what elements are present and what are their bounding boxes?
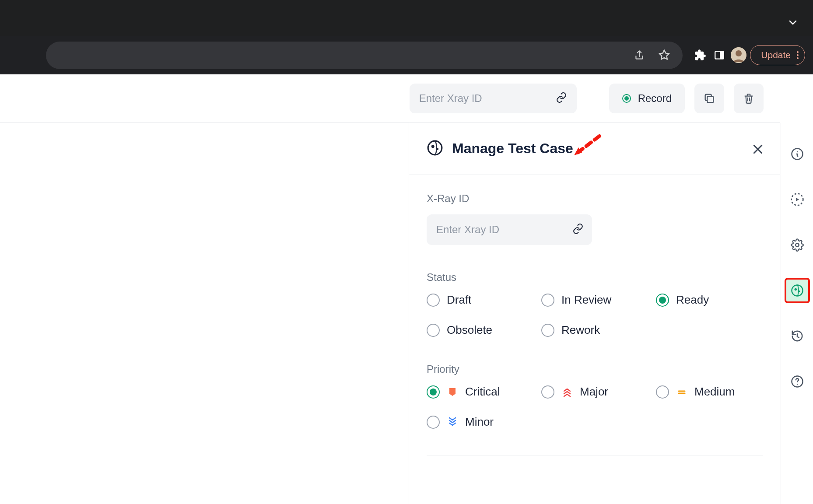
right-rail bbox=[781, 123, 813, 504]
browser-omnibox[interactable] bbox=[46, 42, 683, 69]
radio-icon bbox=[427, 416, 440, 429]
left-content-area bbox=[0, 122, 409, 504]
radio-icon bbox=[541, 324, 554, 337]
more-menu-icon[interactable] bbox=[797, 51, 799, 59]
xray-id-panel-field[interactable] bbox=[436, 224, 567, 236]
rail-xray[interactable] bbox=[786, 279, 809, 302]
app-toolbar: Record bbox=[0, 74, 780, 122]
rail-settings[interactable] bbox=[786, 234, 809, 256]
xray-logo-icon bbox=[427, 140, 443, 158]
priority-medium-icon bbox=[676, 386, 687, 398]
record-icon bbox=[622, 94, 631, 103]
status-option-obsolete[interactable]: Obsolete bbox=[427, 323, 533, 337]
rail-history[interactable] bbox=[786, 325, 809, 347]
xray-id-input-panel[interactable] bbox=[427, 214, 592, 245]
chevron-down-icon[interactable] bbox=[788, 18, 798, 30]
status-label: Status bbox=[427, 271, 763, 284]
copy-button[interactable] bbox=[694, 84, 724, 113]
browser-tabstrip bbox=[0, 0, 813, 36]
radio-label: Obsolete bbox=[447, 323, 492, 337]
radio-label: Major bbox=[580, 385, 608, 399]
svg-point-5 bbox=[428, 141, 442, 155]
browser-toolbar: Update bbox=[0, 36, 813, 74]
svg-rect-1 bbox=[720, 51, 724, 59]
radio-icon bbox=[427, 324, 440, 337]
radio-icon bbox=[656, 385, 669, 399]
priority-option-minor[interactable]: Minor bbox=[427, 415, 533, 429]
star-icon[interactable] bbox=[658, 49, 670, 61]
close-icon[interactable] bbox=[751, 143, 764, 158]
radio-icon bbox=[541, 385, 554, 399]
svg-point-3 bbox=[736, 50, 742, 56]
chrome-update-button[interactable]: Update bbox=[750, 45, 805, 65]
radio-icon bbox=[427, 294, 440, 307]
xray-id-field[interactable] bbox=[419, 92, 550, 105]
status-option-ready[interactable]: Ready bbox=[656, 293, 763, 307]
record-button[interactable]: Record bbox=[609, 84, 685, 113]
update-label: Update bbox=[761, 50, 791, 60]
radio-label: Medium bbox=[694, 385, 735, 399]
radio-icon bbox=[656, 294, 669, 307]
radio-icon bbox=[541, 294, 554, 307]
divider bbox=[427, 455, 763, 455]
status-option-draft[interactable]: Draft bbox=[427, 293, 533, 307]
xray-id-label: X-Ray ID bbox=[427, 192, 763, 205]
status-option-rework[interactable]: Rework bbox=[541, 323, 648, 337]
priority-minor-icon bbox=[447, 416, 458, 428]
radio-icon bbox=[427, 385, 440, 399]
delete-button[interactable] bbox=[734, 84, 764, 113]
radio-label: Ready bbox=[676, 293, 709, 307]
svg-point-10 bbox=[795, 243, 799, 247]
priority-critical-icon bbox=[447, 386, 458, 398]
priority-option-major[interactable]: Major bbox=[541, 385, 648, 399]
radio-label: Minor bbox=[465, 415, 494, 429]
svg-point-11 bbox=[792, 285, 802, 296]
share-icon[interactable] bbox=[634, 49, 645, 61]
xray-id-input-toolbar[interactable] bbox=[410, 84, 577, 113]
status-option-in-review[interactable]: In Review bbox=[541, 293, 648, 307]
svg-point-6 bbox=[431, 145, 435, 148]
rail-info[interactable] bbox=[786, 143, 809, 165]
radio-label: In Review bbox=[561, 293, 611, 307]
priority-option-critical[interactable]: Critical bbox=[427, 385, 533, 399]
svg-point-12 bbox=[794, 288, 797, 291]
radio-label: Draft bbox=[447, 293, 471, 307]
rail-run[interactable] bbox=[786, 188, 809, 211]
panel-title: Manage Test Case bbox=[452, 140, 573, 157]
radio-label: Rework bbox=[561, 323, 600, 337]
priority-option-medium[interactable]: Medium bbox=[656, 385, 763, 399]
record-label: Record bbox=[638, 92, 672, 105]
side-panel-icon[interactable] bbox=[711, 47, 727, 63]
rail-help[interactable] bbox=[786, 370, 809, 393]
profile-avatar[interactable] bbox=[731, 47, 746, 63]
svg-rect-4 bbox=[707, 96, 713, 102]
manage-test-case-panel: Manage Test Case X-Ray ID Status Draft bbox=[409, 122, 780, 504]
link-icon bbox=[556, 92, 567, 105]
radio-label: Critical bbox=[465, 385, 500, 399]
priority-major-icon bbox=[561, 386, 573, 398]
extensions-icon[interactable] bbox=[692, 47, 708, 63]
link-icon bbox=[572, 223, 584, 236]
priority-label: Priority bbox=[427, 363, 763, 375]
